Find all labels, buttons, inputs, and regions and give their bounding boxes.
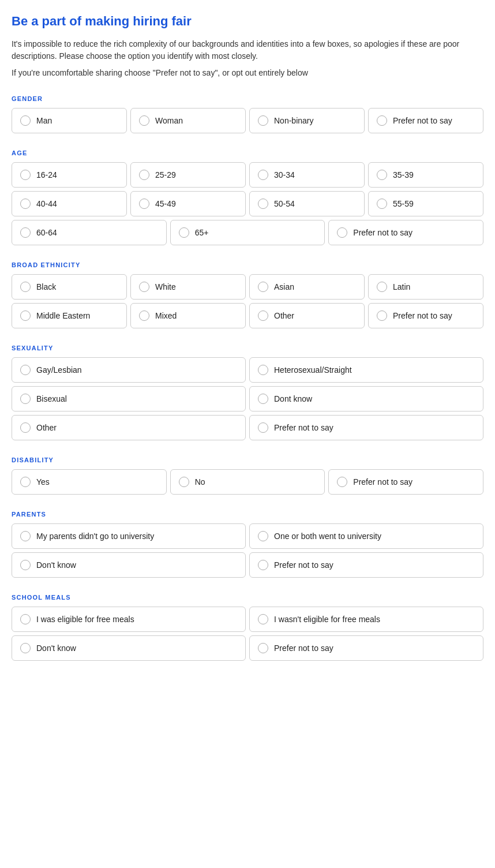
ethnicity-black[interactable]: Black <box>12 274 127 300</box>
radio-icon <box>377 282 387 292</box>
age-50-54[interactable]: 50-54 <box>249 191 365 216</box>
option-label: Prefer not to say <box>274 560 333 570</box>
gender-nonbinary[interactable]: Non-binary <box>249 108 365 133</box>
gender-section: GENDER Man Woman Non-binary Prefer not t… <box>12 95 483 133</box>
option-label: 16-24 <box>36 170 57 179</box>
age-60-64[interactable]: 60-64 <box>12 220 167 245</box>
radio-icon <box>377 115 387 126</box>
age-65plus[interactable]: 65+ <box>170 220 325 245</box>
radio-icon <box>20 643 31 653</box>
option-label: 25-29 <box>155 170 176 179</box>
option-label: Woman <box>155 116 183 125</box>
ethnicity-other[interactable]: Other <box>249 303 365 328</box>
parents-row-1: My parents didn't go to university One o… <box>12 523 483 549</box>
sexuality-heterosexual[interactable]: Heterosexual/Straight <box>249 357 483 383</box>
age-45-49[interactable]: 45-49 <box>130 191 246 216</box>
option-label: 55-59 <box>393 199 414 208</box>
radio-icon <box>20 365 31 375</box>
meals-eligible[interactable]: I was eligible for free meals <box>12 607 246 632</box>
disability-prefer-not[interactable]: Prefer not to say <box>328 469 483 495</box>
ethnicity-middle-eastern[interactable]: Middle Eastern <box>12 303 127 328</box>
ethnicity-white[interactable]: White <box>130 274 246 300</box>
radio-icon <box>258 614 268 624</box>
ethnicity-row-1: Black White Asian Latin <box>12 274 483 300</box>
option-label: Prefer not to say <box>393 116 452 125</box>
option-label: Prefer not to say <box>274 423 333 432</box>
parents-section: PARENTS My parents didn't go to universi… <box>12 511 483 578</box>
age-55-59[interactable]: 55-59 <box>368 191 483 216</box>
sexuality-row-2: Bisexual Dont know <box>12 386 483 411</box>
ethnicity-section: BROAD ETHNICITY Black White Asian Latin … <box>12 261 483 328</box>
parents-prefer-not[interactable]: Prefer not to say <box>249 552 483 578</box>
option-label: Prefer not to say <box>274 643 333 653</box>
radio-icon <box>20 170 31 180</box>
radio-icon <box>139 282 149 292</box>
sexuality-dont-know[interactable]: Dont know <box>249 386 483 411</box>
parents-row-2: Don't know Prefer not to say <box>12 552 483 578</box>
radio-icon <box>20 422 31 433</box>
option-label: Heterosexual/Straight <box>274 365 352 375</box>
parents-label: PARENTS <box>12 511 483 518</box>
age-30-34[interactable]: 30-34 <box>249 162 365 188</box>
parents-one-or-both[interactable]: One or both went to university <box>249 523 483 549</box>
gender-prefer-not[interactable]: Prefer not to say <box>368 108 483 133</box>
meals-dont-know[interactable]: Don't know <box>12 635 246 661</box>
radio-icon <box>377 199 387 209</box>
option-label: Dont know <box>274 394 312 403</box>
page-title: Be a part of making hiring fair <box>12 14 483 29</box>
parents-dont-know[interactable]: Don't know <box>12 552 246 578</box>
radio-icon <box>139 170 149 180</box>
option-label: Prefer not to say <box>353 228 412 237</box>
age-prefer-not[interactable]: Prefer not to say <box>328 220 483 245</box>
age-label: AGE <box>12 149 483 156</box>
option-label: I wasn't eligible for free meals <box>274 615 380 624</box>
radio-icon <box>20 560 31 570</box>
age-40-44[interactable]: 40-44 <box>12 191 127 216</box>
option-label: My parents didn't go to university <box>36 532 154 541</box>
radio-icon <box>139 115 149 126</box>
radio-icon <box>258 643 268 653</box>
option-label: Bisexual <box>36 394 67 403</box>
option-label: Man <box>36 116 52 125</box>
intro-text-2: If you're uncomfortable sharing choose "… <box>12 67 483 79</box>
option-label: Mixed <box>155 311 177 320</box>
option-label: Prefer not to say <box>393 311 452 320</box>
radio-icon <box>258 422 268 433</box>
ethnicity-mixed[interactable]: Mixed <box>130 303 246 328</box>
option-label: 50-54 <box>274 199 295 208</box>
age-row-3: 60-64 65+ Prefer not to say <box>12 220 483 245</box>
disability-options: Yes No Prefer not to say <box>12 469 483 495</box>
age-25-29[interactable]: 25-29 <box>130 162 246 188</box>
parents-didnt-go[interactable]: My parents didn't go to university <box>12 523 246 549</box>
age-16-24[interactable]: 16-24 <box>12 162 127 188</box>
option-label: 45-49 <box>155 199 176 208</box>
option-label: Other <box>36 423 57 432</box>
disability-yes[interactable]: Yes <box>12 469 167 495</box>
radio-icon <box>258 115 268 126</box>
radio-icon <box>20 310 31 321</box>
radio-icon <box>20 614 31 624</box>
meals-not-eligible[interactable]: I wasn't eligible for free meals <box>249 607 483 632</box>
option-label: Latin <box>393 282 410 291</box>
age-35-39[interactable]: 35-39 <box>368 162 483 188</box>
sexuality-prefer-not[interactable]: Prefer not to say <box>249 415 483 440</box>
disability-no[interactable]: No <box>170 469 325 495</box>
option-label: I was eligible for free meals <box>36 615 134 624</box>
radio-icon <box>258 365 268 375</box>
ethnicity-latin[interactable]: Latin <box>368 274 483 300</box>
sexuality-gay-lesbian[interactable]: Gay/Lesbian <box>12 357 246 383</box>
option-label: 30-34 <box>274 170 295 179</box>
gender-woman[interactable]: Woman <box>130 108 246 133</box>
sexuality-bisexual[interactable]: Bisexual <box>12 386 246 411</box>
radio-icon <box>20 477 31 487</box>
option-label: Middle Eastern <box>36 311 90 320</box>
meals-prefer-not[interactable]: Prefer not to say <box>249 635 483 661</box>
radio-icon <box>20 531 31 541</box>
sexuality-row-3: Other Prefer not to say <box>12 415 483 440</box>
sexuality-other[interactable]: Other <box>12 415 246 440</box>
ethnicity-prefer-not[interactable]: Prefer not to say <box>368 303 483 328</box>
ethnicity-asian[interactable]: Asian <box>249 274 365 300</box>
radio-icon <box>20 227 31 238</box>
gender-man[interactable]: Man <box>12 108 127 133</box>
disability-section: DISABILITY Yes No Prefer not to say <box>12 457 483 495</box>
